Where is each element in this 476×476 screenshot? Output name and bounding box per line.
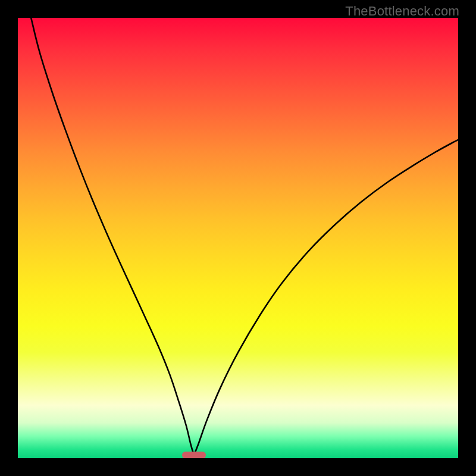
bottleneck-curve [18, 18, 458, 458]
plot-area [18, 18, 458, 458]
curve-right-branch [194, 140, 458, 455]
curve-left-branch [31, 18, 194, 455]
chart-frame: TheBottleneck.com [0, 0, 476, 476]
selection-marker [182, 452, 206, 458]
watermark-text: TheBottleneck.com [345, 4, 459, 19]
